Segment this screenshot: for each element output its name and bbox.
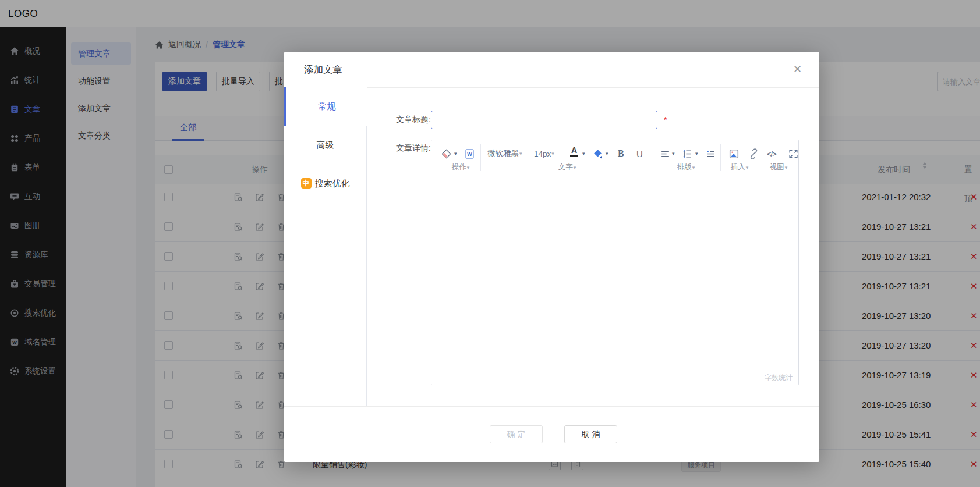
word-import-icon[interactable]: W — [464, 146, 475, 161]
toolbar-divider — [652, 144, 652, 171]
article-title-input[interactable] — [431, 111, 657, 129]
bold-icon[interactable]: B — [618, 146, 624, 161]
insert-image-icon[interactable] — [728, 146, 740, 161]
editor-group-text[interactable]: 文字▾ — [558, 162, 576, 172]
close-icon[interactable]: ✕ — [793, 52, 802, 87]
confirm-button[interactable]: 确 定 — [490, 425, 543, 443]
toolbar-divider — [480, 144, 481, 171]
add-article-modal: 添加文章 ✕ 常规 高级 中 搜索优化 文章标题: — [284, 52, 819, 462]
modal-tab-label: 高级 — [317, 140, 334, 151]
align-icon[interactable] — [660, 146, 671, 161]
toolbar-divider — [720, 144, 721, 171]
line-height-icon[interactable] — [682, 146, 693, 161]
modal-tabs: 常规 高级 中 搜索优化 — [284, 87, 367, 407]
font-color-caret[interactable]: ▾ — [582, 146, 585, 161]
modal-header: 添加文章 ✕ — [284, 52, 819, 88]
editor-status-bar: 字数统计 — [431, 371, 798, 385]
editor-group-ops[interactable]: 操作▾ — [452, 162, 470, 172]
modal-tab[interactable]: 中 搜索优化 — [284, 164, 366, 202]
font-family-select[interactable]: 微软雅黑▾ — [487, 146, 522, 161]
modal-footer: 确 定 取 消 — [284, 406, 819, 462]
editor-group-layout[interactable]: 排版▾ — [677, 162, 695, 172]
modal-title: 添加文章 — [304, 52, 342, 87]
toolbar-divider — [760, 144, 760, 171]
word-count-label: 字数统计 — [765, 374, 793, 382]
editor-content-area[interactable] — [431, 175, 798, 372]
cancel-button[interactable]: 取 消 — [564, 425, 617, 443]
required-mark: * — [664, 115, 667, 125]
svg-text:W: W — [467, 151, 472, 157]
article-title-label: 文章标题: — [366, 115, 431, 125]
modal-tab[interactable]: 高级 — [284, 126, 366, 164]
indent-icon[interactable] — [705, 146, 716, 161]
line-height-caret[interactable]: ▾ — [695, 146, 698, 161]
article-detail-label: 文章详情: — [366, 143, 431, 154]
background-color-icon[interactable] — [592, 146, 603, 161]
eraser-dropdown-caret[interactable]: ▾ — [454, 146, 457, 161]
fullscreen-icon[interactable] — [788, 146, 799, 161]
rich-text-editor: ▾ W 微软雅黑▾ 14px▾ A ▾ ▾ — [431, 140, 799, 385]
align-caret[interactable]: ▾ — [672, 146, 675, 161]
modal-tab-label: 常规 — [319, 101, 336, 112]
editor-group-view[interactable]: 视图▾ — [770, 162, 788, 172]
font-color-icon[interactable]: A — [570, 146, 578, 161]
editor-toolbar: ▾ W 微软雅黑▾ 14px▾ A ▾ ▾ — [431, 140, 798, 176]
background-color-caret[interactable]: ▾ — [606, 146, 608, 161]
editor-group-insert[interactable]: 插入▾ — [731, 162, 749, 172]
seo-badge-icon: 中 — [301, 178, 312, 189]
insert-link-icon[interactable] — [748, 146, 759, 161]
underline-icon[interactable]: U — [636, 146, 643, 161]
font-size-select[interactable]: 14px▾ — [534, 146, 554, 161]
eraser-icon[interactable] — [441, 146, 452, 161]
source-code-icon[interactable]: </> — [767, 146, 776, 161]
modal-tab[interactable]: 常规 — [284, 87, 367, 126]
modal-tab-label: 搜索优化 — [315, 178, 350, 189]
modal-body: 常规 高级 中 搜索优化 文章标题: * 文章详情: — [284, 87, 819, 407]
